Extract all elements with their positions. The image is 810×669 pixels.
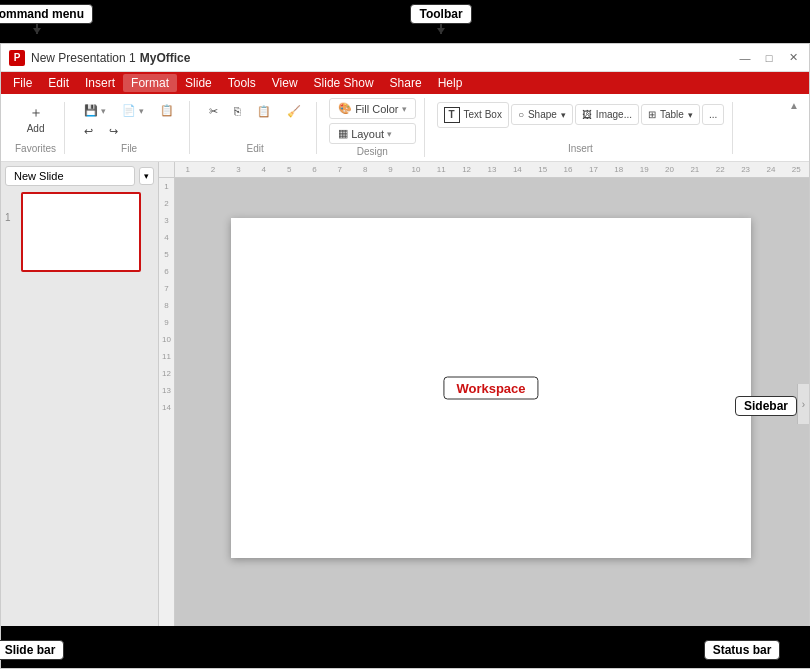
fill-icon: 🎨 xyxy=(338,102,352,115)
layout-button[interactable]: ▦ Layout xyxy=(329,123,415,144)
save-icon: 💾 xyxy=(84,104,98,117)
redo-button[interactable]: ↪ xyxy=(102,122,125,141)
paste-icon: 📋 xyxy=(160,104,174,117)
menu-slide[interactable]: Slide xyxy=(177,74,220,92)
sidebar-collapse-button[interactable]: › xyxy=(797,384,809,424)
image-icon: 🖼 xyxy=(582,109,592,120)
app-window: P New Presentation 1 MyOffice — □ ✕ File… xyxy=(0,43,810,669)
canvas-area: 1 2 3 4 5 6 7 8 9 10 11 12 13 14 xyxy=(159,162,809,646)
slide-bar-label: Slide bar xyxy=(0,640,64,660)
add-icon: ＋ xyxy=(29,104,43,122)
ribbon-group-edit: ✂ ⎘ 📋 🧹 Edit xyxy=(194,102,317,154)
edit-label: Edit xyxy=(247,143,264,154)
slide-canvas[interactable]: Workspace xyxy=(231,218,751,558)
favorites-buttons: ＋ Add xyxy=(22,102,50,136)
maximize-button[interactable]: □ xyxy=(761,50,777,66)
save-as-button[interactable]: 📄 xyxy=(115,101,151,120)
paste-btn2[interactable]: 📋 xyxy=(250,102,278,121)
sidebar-label: Sidebar xyxy=(735,396,797,416)
workspace-label-container: Workspace xyxy=(443,377,538,400)
table-icon: ⊞ xyxy=(648,109,656,120)
ruler-marks: 1 2 3 4 5 6 7 8 9 10 11 12 13 14 xyxy=(175,165,809,174)
favorites-label: Favorites xyxy=(15,143,56,154)
menu-tools[interactable]: Tools xyxy=(220,74,264,92)
command-menu-label: Command menu xyxy=(0,4,93,24)
new-slide-label: New Slide xyxy=(14,170,64,182)
menu-slideshow[interactable]: Slide Show xyxy=(306,74,382,92)
cut-button[interactable]: ✂ xyxy=(202,102,225,121)
paste-button[interactable]: 📋 xyxy=(153,101,181,120)
layout-icon: ▦ xyxy=(338,127,348,140)
save-button[interactable]: 💾 xyxy=(77,101,113,120)
textbox-label: Text Box xyxy=(464,109,502,120)
menu-insert[interactable]: Insert xyxy=(77,74,123,92)
slide-item: 1 xyxy=(5,192,154,272)
shape-icon: ○ xyxy=(518,109,524,120)
main-content: New Slide ▾ 1 1 2 3 xyxy=(1,162,809,646)
table-button[interactable]: ⊞ Table ▾ xyxy=(641,104,700,125)
title-bar: P New Presentation 1 MyOffice — □ ✕ xyxy=(1,44,809,72)
app-name: MyOffice xyxy=(140,51,191,65)
menu-format[interactable]: Format xyxy=(123,74,177,92)
ruler-side: 1 2 3 4 5 6 7 8 9 10 11 12 13 14 xyxy=(159,178,175,634)
ribbon: ＋ Add Favorites 💾 📄 xyxy=(1,94,809,162)
image-label: Image... xyxy=(596,109,632,120)
shape-label: Shape xyxy=(528,109,557,120)
save-as-icon: 📄 xyxy=(122,104,136,117)
menu-bar: File Edit Insert Format Slide Tools View… xyxy=(1,72,809,94)
canvas-scroll[interactable]: Workspace Sidebar xyxy=(175,178,809,634)
insert-row: T Text Box ○ Shape ▾ 🖼 Image... ⊞ Tab xyxy=(437,102,725,128)
new-slide-button[interactable]: New Slide xyxy=(5,166,135,186)
slide-panel-header: New Slide ▾ xyxy=(5,166,154,186)
file-row2: ↩ ↪ xyxy=(77,122,181,141)
layout-label: Layout xyxy=(351,128,384,140)
erase-button[interactable]: 🧹 xyxy=(280,102,308,121)
slide-list: 1 xyxy=(5,192,154,272)
ribbon-group-file: 💾 📄 📋 ↩ ↪ File xyxy=(69,101,190,154)
menu-share[interactable]: Share xyxy=(382,74,430,92)
app-icon: P xyxy=(9,50,25,66)
image-button[interactable]: 🖼 Image... xyxy=(575,104,639,125)
menu-help[interactable]: Help xyxy=(430,74,471,92)
ruler-top: 1 2 3 4 5 6 7 8 9 10 11 12 13 14 xyxy=(175,162,809,178)
slide-panel: New Slide ▾ 1 xyxy=(1,162,159,646)
window-controls: — □ ✕ xyxy=(737,50,801,66)
slide-thumbnail[interactable] xyxy=(21,192,141,272)
minimize-button[interactable]: — xyxy=(737,50,753,66)
ribbon-content: ＋ Add Favorites 💾 📄 xyxy=(1,94,809,161)
fill-color-button[interactable]: 🎨 Fill Color xyxy=(329,98,415,119)
table-dropdown-icon: ▾ xyxy=(688,110,693,120)
file-label: File xyxy=(121,143,137,154)
design-label: Design xyxy=(357,146,388,157)
close-button[interactable]: ✕ xyxy=(785,50,801,66)
insert-label: Insert xyxy=(568,143,593,154)
add-button[interactable]: ＋ Add xyxy=(22,102,50,136)
textbox-icon: T xyxy=(444,107,460,123)
copy-button[interactable]: ⎘ xyxy=(227,102,248,120)
shape-dropdown-icon: ▾ xyxy=(561,110,566,120)
menu-view[interactable]: View xyxy=(264,74,306,92)
slide-number: 1 xyxy=(5,192,17,223)
new-slide-dropdown[interactable]: ▾ xyxy=(139,167,154,185)
menu-file[interactable]: File xyxy=(5,74,40,92)
undo-button[interactable]: ↩ xyxy=(77,122,100,141)
ribbon-group-design: 🎨 Fill Color ▦ Layout Design xyxy=(321,98,424,157)
edit-row1: ✂ ⎘ 📋 🧹 xyxy=(202,102,308,121)
workspace-label: Workspace xyxy=(443,377,538,400)
more-button[interactable]: ... xyxy=(702,104,724,125)
fill-label: Fill Color xyxy=(355,103,398,115)
shape-button[interactable]: ○ Shape ▾ xyxy=(511,104,573,125)
more-label: ... xyxy=(709,109,717,120)
toolbar-label: Toolbar xyxy=(410,4,471,24)
bottom-annotation-bar: Slide bar Status bar xyxy=(1,626,810,668)
file-row1: 💾 📄 📋 xyxy=(77,101,181,120)
sidebar-annotation: Sidebar xyxy=(735,400,793,412)
ribbon-group-insert: T Text Box ○ Shape ▾ 🖼 Image... ⊞ Tab xyxy=(429,102,734,154)
table-label: Table xyxy=(660,109,684,120)
window-title: New Presentation 1 xyxy=(31,51,136,65)
ribbon-scroll-up[interactable]: ▲ xyxy=(785,98,803,113)
status-bar-label: Status bar xyxy=(704,640,781,660)
menu-edit[interactable]: Edit xyxy=(40,74,77,92)
annotation-bar: Command menu Toolbar xyxy=(0,0,810,43)
textbox-button[interactable]: T Text Box xyxy=(437,102,509,128)
